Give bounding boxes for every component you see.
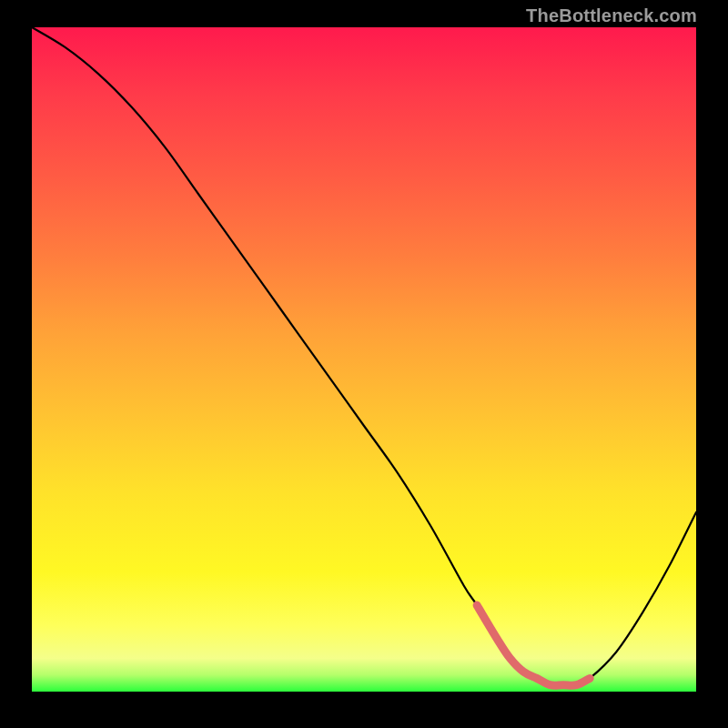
chart-frame: TheBottleneck.com [0, 0, 728, 728]
watermark-label: TheBottleneck.com [526, 5, 697, 26]
curve-svg [32, 27, 696, 692]
bottleneck-curve [32, 27, 696, 685]
flat-bottom-highlight [477, 605, 590, 685]
plot-area [32, 27, 696, 692]
